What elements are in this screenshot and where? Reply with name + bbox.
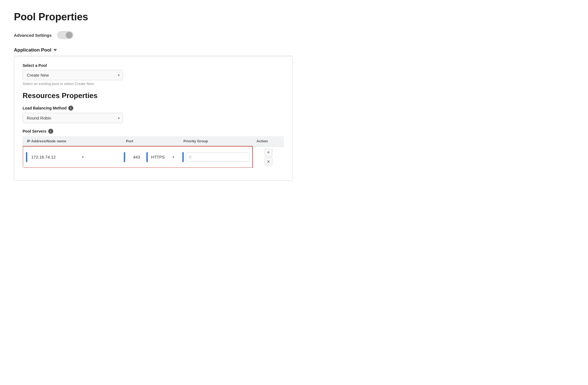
protocol-dropdown[interactable]: HTTPS HTTP TCP [149,153,175,161]
ip-blue-bar [26,152,27,162]
col-header-action: Action [253,136,284,147]
table-header-row: IP Address/Node name Port Priority Group… [23,136,284,147]
pool-servers-info-icon[interactable]: i [48,129,53,134]
application-pool-section-header: Application Pool [14,47,293,56]
application-pool-panel: Select a Pool Create New Pool 1 Pool 2 ▾… [14,56,293,181]
pool-servers-label: Pool Servers i [23,129,284,134]
action-cell: + ✕ [253,146,284,168]
priority-cell-content [182,152,250,162]
select-pool-group: Select a Pool Create New Pool 1 Pool 2 ▾… [23,63,284,86]
advanced-settings-row: Advanced Settings [14,31,293,39]
port-protocol-content: HTTPS HTTP TCP ▾ [124,152,178,162]
protocol-blue-bar [146,152,148,162]
priority-cell [180,146,253,168]
priority-input[interactable] [186,152,250,162]
col-header-ip: IP Address/Node name [23,136,122,147]
pool-servers-group: Pool Servers i IP Address/Node name Port… [23,129,284,168]
load-balancing-dropdown[interactable]: Round Robin Least Connections IP Hash [23,113,123,123]
col-header-priority: Priority Group [180,136,253,147]
load-balancing-wrapper: Round Robin Least Connections IP Hash ▾ [23,113,123,123]
port-blue-bar [124,152,125,162]
advanced-settings-label: Advanced Settings [14,33,52,38]
table-row: 172.16.74.12 ▾ HTTPS HTTP TCP ▾ + [23,146,284,168]
load-balancing-group: Load Balancing Method i Round Robin Leas… [23,106,284,123]
ip-select-wrapper: 172.16.74.12 ▾ [30,153,85,161]
application-pool-chevron-icon[interactable] [54,49,57,51]
port-input[interactable] [127,153,146,161]
select-pool-hint: Select an existing pool or select Create… [23,82,284,86]
col-header-port: Port [122,136,180,147]
application-pool-title: Application Pool [14,47,51,53]
ip-address-cell: 172.16.74.12 ▾ [23,146,122,168]
action-buttons: + ✕ [256,149,281,165]
select-pool-label: Select a Pool [23,63,284,68]
ip-cell-content: 172.16.74.12 ▾ [26,152,119,162]
select-pool-wrapper: Create New Pool 1 Pool 2 ▾ [23,70,123,80]
priority-blue-bar [182,152,184,162]
port-protocol-cell: HTTPS HTTP TCP ▾ [122,146,180,168]
load-balancing-label: Load Balancing Method i [23,106,284,111]
select-pool-dropdown[interactable]: Create New Pool 1 Pool 2 [23,70,123,80]
advanced-settings-toggle[interactable] [57,31,73,39]
page-title: Pool Properties [14,11,293,23]
remove-server-button[interactable]: ✕ [265,158,272,165]
protocol-select-wrapper: HTTPS HTTP TCP ▾ [149,153,175,161]
pool-servers-table: IP Address/Node name Port Priority Group… [23,136,284,168]
ip-address-dropdown[interactable]: 172.16.74.12 [30,153,85,161]
load-balancing-info-icon[interactable]: i [68,106,73,111]
resources-properties-title: Resources Properties [23,91,284,100]
add-server-button[interactable]: + [265,149,272,157]
